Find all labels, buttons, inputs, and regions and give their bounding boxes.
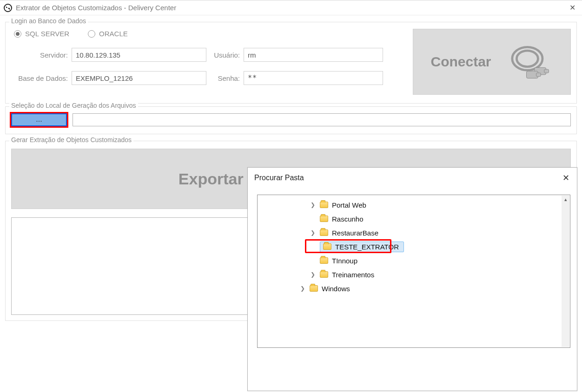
folder-icon bbox=[320, 216, 328, 222]
path-groupbox: Seleção do Local de Geração dos Arquivos… bbox=[5, 106, 577, 134]
tree-item-rascunho[interactable]: Rascunho bbox=[258, 212, 570, 226]
folder-icon bbox=[320, 229, 328, 236]
browse-folder-dialog: Procurar Pasta ✕ ▴ ❯ Portal Web Rascunho… bbox=[247, 167, 577, 391]
tree-item-label: TInnoup bbox=[332, 257, 357, 265]
scroll-up-icon[interactable]: ▴ bbox=[564, 196, 567, 203]
base-input[interactable] bbox=[72, 71, 206, 85]
export-group-title: Gerar Extração de Objetos Customizados bbox=[9, 136, 133, 144]
servidor-label: Servidor: bbox=[11, 51, 72, 59]
folder-icon bbox=[323, 243, 331, 250]
senha-input[interactable] bbox=[244, 71, 383, 85]
conectar-button[interactable]: Conectar bbox=[413, 29, 571, 95]
senha-label: Senha: bbox=[206, 74, 244, 82]
chevron-right-icon[interactable]: ❯ bbox=[299, 285, 306, 292]
window-title: Extrator de Objetos Customizados - Deliv… bbox=[16, 4, 565, 12]
tree-item-restaurarbase[interactable]: ❯ RestaurarBase bbox=[258, 226, 570, 240]
tree-item-windows[interactable]: ❯ Windows bbox=[258, 281, 570, 295]
chevron-right-icon[interactable]: ❯ bbox=[310, 229, 316, 236]
dialog-title: Procurar Pasta bbox=[254, 174, 304, 182]
tree-item-label: TESTE_EXTRATOR bbox=[335, 243, 399, 251]
tree-scrollbar[interactable]: ▴ bbox=[562, 196, 569, 347]
folder-icon bbox=[320, 257, 328, 264]
folder-tree[interactable]: ▴ ❯ Portal Web Rascunho ❯ RestaurarBase … bbox=[257, 195, 570, 348]
svg-point-1 bbox=[516, 51, 538, 67]
folder-icon bbox=[310, 285, 318, 292]
login-groupbox: Login ao Banco de Dados SQL SERVER ORACL… bbox=[5, 22, 577, 104]
output-path-input[interactable] bbox=[73, 113, 571, 126]
svg-rect-5 bbox=[536, 73, 541, 77]
window-close-button[interactable]: ✕ bbox=[565, 3, 579, 12]
radio-sql-server[interactable]: SQL SERVER bbox=[14, 30, 69, 38]
usuario-label: Usuário: bbox=[206, 51, 244, 59]
usuario-input[interactable] bbox=[244, 48, 383, 62]
app-icon bbox=[4, 4, 12, 12]
chevron-right-icon[interactable]: ❯ bbox=[310, 202, 316, 208]
radio-dot-icon bbox=[14, 30, 21, 38]
cable-icon bbox=[500, 41, 553, 83]
tree-item-label: Portal Web bbox=[332, 201, 366, 209]
tree-item-treinamentos[interactable]: ❯ Treinamentos bbox=[258, 268, 570, 281]
tree-item-label: Windows bbox=[322, 285, 350, 293]
window-titlebar: Extrator de Objetos Customizados - Deliv… bbox=[0, 0, 582, 15]
folder-icon bbox=[320, 202, 328, 208]
base-label: Base de Dados: bbox=[11, 74, 72, 82]
radio-oracle-label: ORACLE bbox=[99, 30, 128, 38]
folder-icon bbox=[320, 271, 328, 278]
radio-dot-icon bbox=[88, 30, 95, 38]
tree-item-label: Treinamentos bbox=[332, 271, 374, 279]
dialog-titlebar: Procurar Pasta ✕ bbox=[248, 168, 577, 188]
svg-rect-3 bbox=[544, 69, 549, 73]
conectar-label: Conectar bbox=[430, 54, 491, 70]
tree-item-label: Rascunho bbox=[332, 215, 364, 223]
path-group-title: Seleção do Local de Geração dos Arquivos bbox=[9, 102, 138, 109]
tree-item-portal-web[interactable]: ❯ Portal Web bbox=[258, 198, 570, 212]
login-group-title: Login ao Banco de Dados bbox=[9, 17, 88, 25]
servidor-input[interactable] bbox=[72, 48, 206, 62]
dialog-close-button[interactable]: ✕ bbox=[559, 173, 572, 183]
radio-sql-label: SQL SERVER bbox=[25, 30, 69, 38]
radio-oracle[interactable]: ORACLE bbox=[88, 30, 128, 38]
tree-item-tinnoup[interactable]: TInnoup bbox=[258, 254, 570, 268]
browse-folder-button[interactable]: ... bbox=[11, 113, 67, 126]
chevron-right-icon[interactable]: ❯ bbox=[310, 271, 316, 278]
tree-item-label: RestaurarBase bbox=[332, 229, 378, 237]
tree-item-teste-extrator[interactable]: TESTE_EXTRATOR bbox=[258, 240, 570, 254]
